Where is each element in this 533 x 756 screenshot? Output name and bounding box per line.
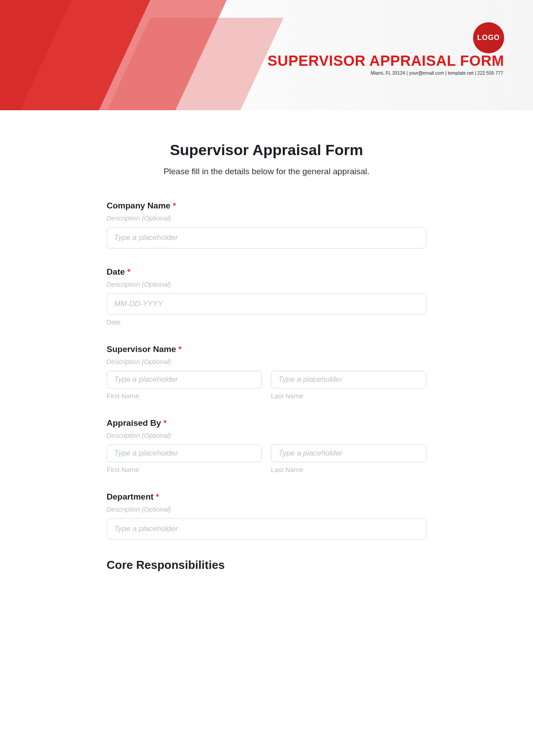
- date-label: Date *: [107, 267, 426, 277]
- field-company: Company Name * Description (Optional): [107, 201, 426, 248]
- company-desc: Description (Optional): [107, 214, 426, 222]
- date-input[interactable]: [107, 293, 426, 315]
- appraised-last-input[interactable]: [271, 444, 426, 462]
- department-label: Department *: [107, 492, 426, 502]
- supervisor-first-sub: First Name: [107, 392, 262, 400]
- appraised-first-input[interactable]: [107, 444, 262, 462]
- header-banner: LOGO SUPERVISOR APPRAISAL FORM Miami, FL…: [0, 0, 533, 110]
- required-asterisk: *: [127, 267, 130, 276]
- field-appraised: Appraised By * Description (Optional) Fi…: [107, 418, 426, 473]
- form-container: Supervisor Appraisal Form Please fill in…: [107, 110, 426, 590]
- header-title: SUPERVISOR APPRAISAL FORM: [267, 52, 504, 69]
- field-supervisor: Supervisor Name * Description (Optional)…: [107, 344, 426, 400]
- header-contact: Miami, FL 33124 | your@email.com | templ…: [370, 70, 503, 76]
- date-sublabel: Date: [107, 318, 426, 326]
- required-asterisk: *: [156, 492, 159, 501]
- section-core-heading: Core Responsibilities: [107, 558, 426, 572]
- field-department: Department * Description (Optional): [107, 492, 426, 540]
- department-desc: Description (Optional): [107, 505, 426, 513]
- required-asterisk: *: [163, 418, 167, 428]
- form-title: Supervisor Appraisal Form: [107, 141, 426, 159]
- supervisor-desc: Description (Optional): [107, 358, 426, 365]
- date-desc: Description (Optional): [107, 280, 426, 288]
- field-date: Date * Description (Optional) Date: [107, 267, 426, 326]
- required-asterisk: *: [179, 344, 182, 354]
- logo-badge: LOGO: [473, 22, 504, 53]
- logo-text: LOGO: [477, 34, 500, 42]
- company-label: Company Name *: [107, 201, 426, 211]
- appraised-label: Appraised By *: [107, 418, 426, 428]
- supervisor-last-input[interactable]: [271, 371, 426, 388]
- appraised-last-sub: Last Name: [271, 466, 426, 473]
- appraised-desc: Description (Optional): [107, 432, 426, 439]
- supervisor-last-sub: Last Name: [271, 392, 426, 400]
- supervisor-label: Supervisor Name *: [107, 344, 426, 354]
- form-subtitle: Please fill in the details below for the…: [107, 167, 426, 176]
- supervisor-first-input[interactable]: [107, 371, 262, 388]
- company-input[interactable]: [107, 227, 426, 248]
- appraised-first-sub: First Name: [107, 466, 262, 473]
- department-input[interactable]: [107, 518, 426, 540]
- required-asterisk: *: [173, 201, 176, 210]
